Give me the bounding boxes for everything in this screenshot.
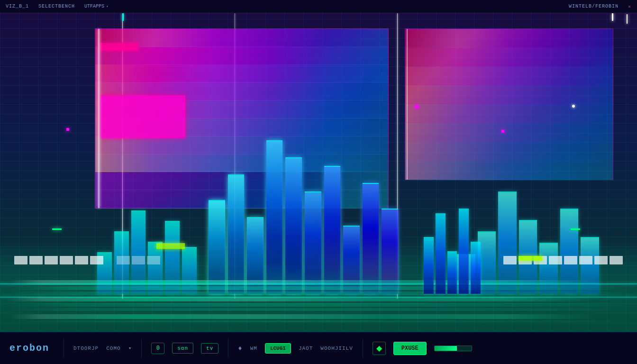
toolbar-divider-2: [141, 339, 142, 358]
nav-center-label2: UTFAPPS: [84, 4, 104, 9]
teal-stripe-area: [0, 237, 637, 332]
magenta-dot: [66, 128, 69, 131]
white-block: [564, 256, 577, 264]
teal-row: [9, 286, 628, 290]
heatmap-right-row: [405, 67, 613, 86]
toolbar-jaot-label: JAOT: [299, 346, 313, 351]
nav-right-label: WINTELB/FEROBIN: [569, 4, 619, 9]
accent-dot-white: [572, 105, 575, 108]
white-block: [610, 256, 623, 264]
heatmap-right-row: [405, 123, 613, 142]
toolbar-label-dtoorjp: DTOORJP: [73, 346, 99, 351]
teal-row: [9, 291, 628, 295]
white-block: [45, 256, 58, 264]
toolbar-dropdown-arrow[interactable]: ▾: [128, 345, 132, 351]
toolbar-icon-label: ♦: [238, 345, 242, 352]
toolbar-btn-zero[interactable]: 0: [151, 343, 164, 354]
yellow-green-accent-2: [519, 256, 542, 261]
toolbar-btn-san[interactable]: sɑn: [172, 343, 193, 354]
close-icon[interactable]: ✕: [628, 4, 631, 9]
white-block: [549, 256, 562, 264]
heatmap-row: [95, 65, 388, 83]
white-block: [90, 256, 103, 264]
white-block: [132, 256, 145, 264]
white-block: [60, 256, 73, 264]
heatmap-right-row: [405, 85, 613, 104]
white-block: [579, 256, 592, 264]
nav-dropdown[interactable]: UTFAPPS ▾: [84, 4, 109, 9]
bar-r2-4: [471, 242, 481, 294]
white-block: [147, 256, 160, 264]
nav-left-label: VIZ_B_1: [6, 4, 29, 9]
toolbar-divider-1: [64, 339, 64, 358]
brand-text: erobon: [9, 343, 49, 354]
heatmap-right-row: [405, 142, 613, 161]
marker-left: [122, 13, 124, 21]
magenta-accent-2: [100, 95, 185, 138]
bar-r2-0: [424, 237, 434, 294]
green-accent-line-2: [571, 228, 580, 230]
white-block: [14, 256, 27, 264]
nav-chevron-icon: ▾: [106, 4, 109, 9]
white-block: [503, 256, 517, 264]
cursor-indicator: [627, 14, 628, 24]
bar-r2-3: [459, 209, 469, 294]
teal-row: [9, 303, 628, 307]
heatmap-right-row: [405, 48, 613, 67]
heatmap-right-row: [405, 29, 613, 48]
magenta-dot-right: [501, 130, 504, 133]
cyan-accent-line: [0, 283, 637, 284]
toolbar-wm-label: wM: [250, 346, 257, 351]
teal-row: [9, 320, 628, 322]
toolbar-woohjiilv-label: WOOHJIILV: [320, 346, 353, 351]
accent-dot-right: [415, 105, 419, 109]
toolbar-action-btn[interactable]: PXUSE: [393, 342, 427, 355]
marker-right: [612, 13, 613, 21]
toolbar-divider-3: [228, 339, 228, 358]
toolbar-divider-4: [363, 339, 363, 358]
green-accent-line: [52, 228, 62, 230]
teal-row: [9, 308, 628, 311]
heatmap-right-cursor: [407, 29, 408, 180]
heatmap-right: [405, 28, 613, 180]
toolbar-btn-lcugi[interactable]: LCUGI: [265, 343, 291, 354]
top-nav: VIZ_B_1 SELECTBENCH UTFAPPS ▾ WINTELB/FE…: [0, 0, 637, 13]
bar-r2-2: [447, 251, 457, 294]
toolbar-progress-fill: [435, 346, 457, 351]
toolbar-arrow-btn[interactable]: ◆: [373, 342, 386, 355]
heatmap-row: [95, 29, 388, 47]
teal-rows: [0, 280, 637, 322]
white-block: [594, 256, 608, 264]
bar-chart-right-2: [424, 199, 481, 294]
heatmap-row: [95, 47, 388, 65]
cyan-accent-line-2: [0, 297, 637, 298]
toolbar-btn-tv[interactable]: tv: [201, 343, 218, 354]
toolbar-label-como: COMO: [106, 346, 120, 351]
white-block: [117, 256, 130, 264]
teal-row-bright: [9, 314, 628, 319]
magenta-accent-1: [100, 43, 138, 51]
heatmap-right-row: [405, 104, 613, 123]
nav-center-label1[interactable]: SELECTBENCH: [38, 4, 75, 9]
bottom-toolbar: erobon DTOORJP COMO ▾ 0 sɑn tv ♦ wM LCUG…: [0, 332, 637, 364]
yellow-green-accent-1: [156, 243, 185, 249]
visualization-area: VIZ_B_1 SELECTBENCH UTFAPPS ▾ WINTELB/FE…: [0, 0, 637, 332]
bar-r2-1: [436, 213, 446, 294]
white-block: [75, 256, 88, 264]
toolbar-progress-bar: [434, 346, 472, 351]
white-block: [29, 256, 43, 264]
spacer: [105, 256, 115, 265]
